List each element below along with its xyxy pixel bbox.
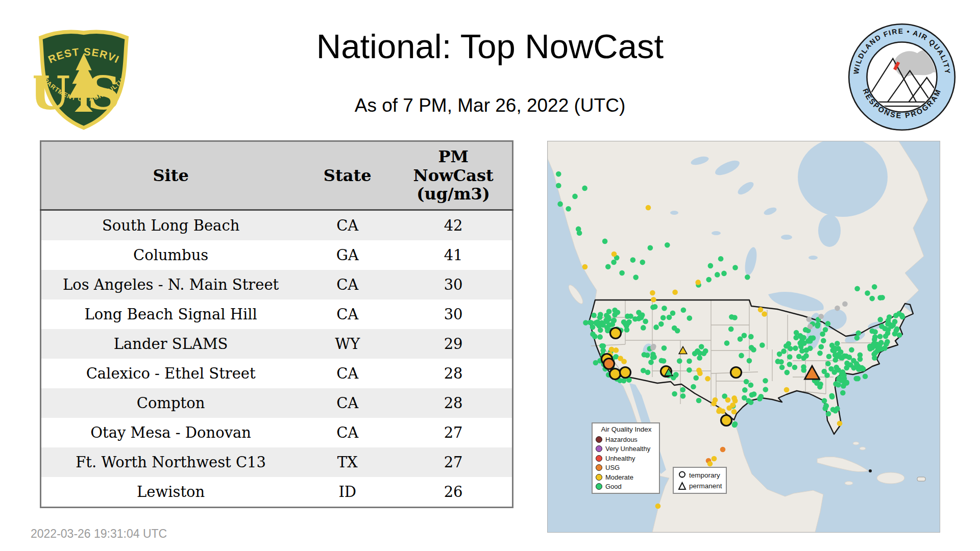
monitor-dot	[687, 315, 693, 321]
monitor-dot	[662, 345, 667, 351]
monitor-dot	[863, 373, 868, 379]
monitor-dot	[818, 382, 823, 387]
marker-type-legend: temporary permanent	[673, 467, 727, 494]
monitor-dot	[680, 393, 686, 399]
monitor-dot	[582, 264, 588, 270]
monitor-dot	[835, 306, 840, 311]
monitor-dot	[762, 311, 767, 317]
monitor-dot	[597, 323, 602, 329]
monitor-dot	[793, 345, 798, 351]
monitor-dot	[758, 307, 764, 313]
table-row: Long Beach Signal HillCA30	[41, 299, 513, 329]
aqi-legend-item: Unhealthy	[596, 454, 659, 463]
monitor-dot	[828, 366, 834, 372]
temporary-label: temporary	[689, 471, 720, 479]
monitor-dot	[591, 313, 597, 318]
monitor-dot	[592, 334, 598, 339]
monitor-dot	[556, 183, 561, 188]
monitor-dot	[822, 369, 827, 374]
monitor-dot	[778, 359, 784, 365]
monitor-dot	[739, 353, 744, 359]
monitor-dot	[713, 397, 718, 403]
monitor-dot	[650, 305, 656, 310]
monitor-dot	[691, 384, 696, 390]
monitor-dot	[877, 342, 883, 347]
value-cell: 28	[395, 388, 512, 418]
monitor-dot	[732, 265, 738, 270]
monitor-dot	[878, 346, 884, 352]
monitor-dot	[605, 264, 611, 269]
monitor-dot	[648, 245, 653, 251]
monitor-dot	[818, 314, 824, 319]
monitor-dot	[796, 354, 802, 360]
monitor-dot	[715, 272, 720, 278]
permanent-label: permanent	[689, 482, 722, 490]
monitor-dot	[822, 398, 827, 404]
monitor-dot	[897, 333, 902, 338]
monitor-dot	[829, 394, 835, 400]
monitor-dot	[556, 171, 561, 177]
monitor-dot	[867, 344, 873, 350]
monitor-dot	[697, 371, 703, 377]
monitor-dot	[583, 320, 589, 325]
monitor-dot	[732, 315, 738, 320]
monitor-dot	[885, 321, 891, 327]
top-site-marker	[610, 328, 621, 339]
table-row: Ft. Worth Northwest C13TX27	[41, 447, 513, 477]
table-row: LewistonID26	[41, 477, 513, 508]
table-row: South Long BeachCA42	[41, 210, 513, 241]
monitor-dot	[618, 356, 623, 361]
monitor-dot	[821, 338, 826, 343]
monitor-dot	[621, 378, 627, 384]
monitor-dot	[672, 290, 678, 295]
monitor-dot	[670, 310, 676, 316]
monitor-dot	[687, 358, 692, 364]
monitor-dot	[744, 379, 749, 385]
monitor-dot	[639, 315, 644, 320]
monitor-dot	[803, 353, 809, 359]
table-row: ColumbusGA41	[41, 240, 513, 270]
value-cell: 28	[395, 359, 512, 388]
monitor-dot	[760, 342, 765, 348]
monitor-dot	[877, 334, 883, 339]
monitor-dot	[825, 361, 831, 367]
monitor-dot	[742, 387, 748, 393]
monitor-dot	[879, 295, 885, 300]
monitor-dot	[633, 274, 639, 280]
monitor-dot	[712, 456, 717, 462]
dashboard-page: FOREST SERVICE US DEPARTMENT OF AGRICULT…	[0, 0, 980, 551]
monitor-dot	[781, 348, 787, 354]
monitor-dot	[807, 338, 813, 344]
monitor-dot	[840, 390, 846, 396]
state-cell: CA	[300, 210, 395, 241]
aqi-legend-item: Good	[596, 482, 659, 492]
good-dot-icon	[596, 483, 602, 490]
column-header-site: Site	[41, 141, 301, 210]
very-unhealthy-dot-icon	[596, 445, 602, 452]
value-cell: 27	[395, 447, 512, 477]
top-site-marker	[604, 359, 615, 369]
monitor-dot	[718, 256, 724, 262]
monitor-dot	[725, 397, 731, 403]
table-row: Los Angeles - N. Main StreetCA30	[41, 270, 513, 299]
monitor-dot	[731, 409, 737, 415]
monitor-dot	[681, 307, 687, 313]
monitor-dot	[847, 355, 852, 360]
state-cell: WY	[300, 329, 395, 359]
monitor-dot	[807, 324, 813, 330]
monitor-dot	[566, 206, 571, 212]
monitor-dot	[865, 290, 870, 296]
site-cell: Compton	[41, 388, 301, 418]
site-cell: Long Beach Signal Hill	[41, 299, 301, 329]
monitor-dot	[779, 365, 785, 370]
monitor-dot	[794, 330, 799, 336]
monitor-dot	[650, 290, 655, 296]
monitor-dot	[837, 421, 843, 427]
generated-timestamp: 2022-03-26 19:31:04 UTC	[31, 527, 167, 541]
nowcast-table: Site State PM NowCast (ug/m3) South Long…	[40, 140, 513, 508]
aqi-legend: Air Quality Index HazardousVery Unhealth…	[592, 422, 660, 494]
monitor-dot	[706, 277, 712, 283]
monitor-dot	[849, 347, 854, 353]
monitor-dot	[724, 340, 730, 346]
monitor-dot	[650, 345, 656, 350]
